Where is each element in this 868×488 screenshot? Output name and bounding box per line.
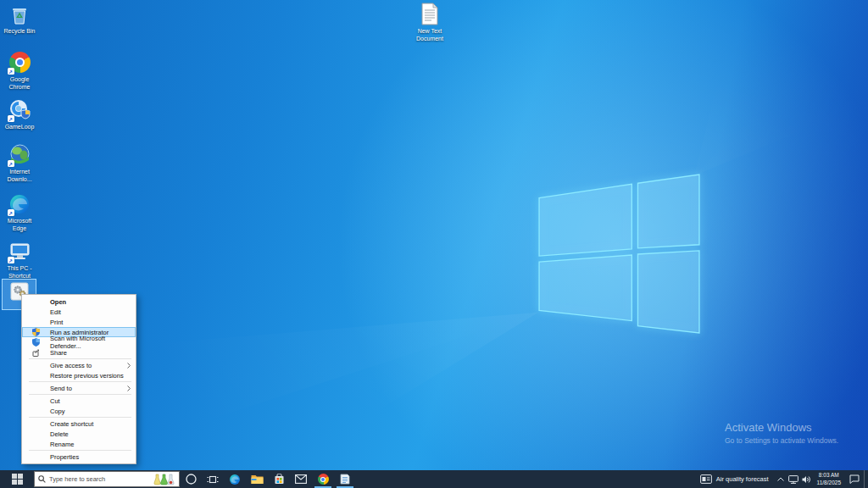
taskbar-file-explorer-button[interactable]: [246, 470, 268, 488]
desktop-icon-google-chrome[interactable]: ↗ Google Chrome: [0, 51, 39, 91]
icon-label: GameLoop: [5, 123, 35, 130]
search-icon: [38, 475, 46, 483]
menu-item-delete[interactable]: Delete: [22, 429, 136, 439]
menu-item-properties[interactable]: Properties: [22, 452, 136, 462]
menu-item-restore-previous-versions[interactable]: Restore previous versions: [22, 370, 136, 380]
menu-item-print[interactable]: Print: [22, 317, 136, 327]
watermark-subtitle: Go to Settings to activate Windows.: [725, 436, 838, 445]
cortana-button[interactable]: [180, 470, 202, 488]
windows-start-icon: [12, 474, 23, 485]
menu-item-edit[interactable]: Edit: [22, 307, 136, 317]
windows-logo-wallpaper: [537, 172, 701, 336]
taskbar-search-input[interactable]: Type here to search: [34, 471, 180, 487]
volume-button[interactable]: [800, 470, 813, 488]
defender-shield-icon: [32, 338, 40, 347]
desktop-icon-new-text-document[interactable]: New Text Document: [410, 3, 449, 42]
taskbar-chrome-button[interactable]: [312, 470, 334, 488]
taskbar-edge-button[interactable]: [224, 470, 246, 488]
recycle-bin-icon: [8, 3, 31, 25]
taskbar-mail-button[interactable]: [290, 470, 312, 488]
menu-separator: [29, 417, 131, 418]
task-view-icon: [207, 474, 219, 485]
chrome-icon: [318, 474, 329, 485]
microsoft-store-icon: [274, 474, 285, 485]
menu-item-copy[interactable]: Copy: [22, 406, 136, 416]
menu-item-send-to[interactable]: Send to: [22, 383, 136, 393]
text-document-icon: [419, 3, 442, 25]
task-view-button[interactable]: [202, 470, 224, 488]
taskbar: Type here to search: [0, 470, 868, 488]
cortana-icon: [186, 474, 197, 485]
menu-separator: [29, 450, 131, 451]
action-center-icon: [849, 474, 860, 484]
icon-label: Recycle Bin: [4, 27, 36, 35]
desktop-icon-microsoft-edge[interactable]: ↗ Microsoft Edge: [0, 192, 39, 232]
chrome-icon: ↗: [8, 51, 31, 74]
news-and-interests-widget[interactable]: Air quality forecast: [694, 470, 775, 488]
show-desktop-button[interactable]: [864, 470, 868, 488]
clock-time: 8:03 AM: [817, 472, 841, 479]
icon-label: This PC - Shortcut: [7, 264, 31, 280]
search-placeholder: Type here to search: [49, 475, 150, 483]
menu-separator: [29, 358, 131, 359]
menu-item-cut[interactable]: Cut: [22, 396, 136, 406]
menu-separator: [29, 394, 131, 395]
taskbar-notepad-button[interactable]: [334, 470, 356, 488]
shortcut-arrow-icon: ↗: [8, 160, 14, 167]
context-menu: Open Edit Print Run as administrator Sca…: [21, 294, 136, 464]
chevron-up-icon: [777, 477, 784, 481]
action-center-button[interactable]: [845, 470, 864, 488]
clock-date: 11/8/2025: [817, 480, 841, 486]
menu-separator: [29, 381, 131, 382]
network-status-button[interactable]: [787, 470, 800, 488]
activate-windows-watermark: Activate Windows Go to Settings to activ…: [725, 421, 838, 445]
edge-icon: [229, 474, 241, 485]
widget-label: Air quality forecast: [716, 475, 769, 483]
this-pc-monitor-icon: ↗: [8, 240, 31, 263]
menu-item-scan-with-defender[interactable]: Scan with Microsoft Defender...: [22, 337, 136, 347]
network-ethernet-icon: [788, 475, 798, 484]
uac-shield-icon: [32, 328, 40, 336]
menu-item-create-shortcut[interactable]: Create shortcut: [22, 419, 136, 429]
menu-item-open[interactable]: Open: [22, 297, 136, 307]
idm-globe-icon: ↗: [8, 143, 31, 166]
menu-item-give-access-to[interactable]: Give access to: [22, 360, 136, 370]
submenu-chevron-icon: [127, 385, 131, 391]
submenu-chevron-icon: [127, 363, 131, 369]
menu-item-rename[interactable]: Rename: [22, 439, 136, 449]
start-button[interactable]: [0, 470, 34, 488]
shortcut-arrow-icon: ↗: [8, 68, 14, 75]
search-highlight-flasks-icon: [153, 474, 175, 485]
menu-item-share[interactable]: Share: [22, 347, 136, 358]
tray-overflow-chevron[interactable]: [775, 470, 787, 488]
desktop-icon-this-pc[interactable]: ↗ This PC - Shortcut: [0, 240, 39, 280]
shortcut-arrow-icon: ↗: [8, 209, 14, 216]
edge-icon: ↗: [8, 192, 31, 215]
watermark-title: Activate Windows: [725, 421, 838, 434]
shortcut-arrow-icon: ↗: [8, 115, 14, 122]
mail-icon: [295, 474, 307, 484]
gameloop-icon: ↗: [8, 98, 31, 121]
shortcut-arrow-icon: ↗: [8, 257, 14, 263]
share-icon: [32, 349, 41, 357]
notepad-icon: [340, 474, 350, 485]
icon-label: Google Chrome: [9, 75, 31, 91]
icon-label: Internet Downlo...: [7, 168, 31, 183]
desktop-icon-gameloop[interactable]: ↗ GameLoop: [0, 98, 39, 130]
speaker-icon: [802, 475, 811, 484]
desktop-icon-recycle-bin[interactable]: Recycle Bin: [0, 3, 39, 35]
taskbar-clock[interactable]: 8:03 AM 11/8/2025: [813, 472, 845, 485]
taskbar-microsoft-store-button[interactable]: [268, 470, 290, 488]
air-quality-icon: [700, 474, 712, 484]
icon-label: Microsoft Edge: [8, 217, 31, 232]
desktop-icon-internet-download-manager[interactable]: ↗ Internet Downlo...: [0, 143, 39, 183]
icon-label: New Text Document: [416, 27, 443, 42]
file-explorer-icon: [251, 474, 264, 485]
